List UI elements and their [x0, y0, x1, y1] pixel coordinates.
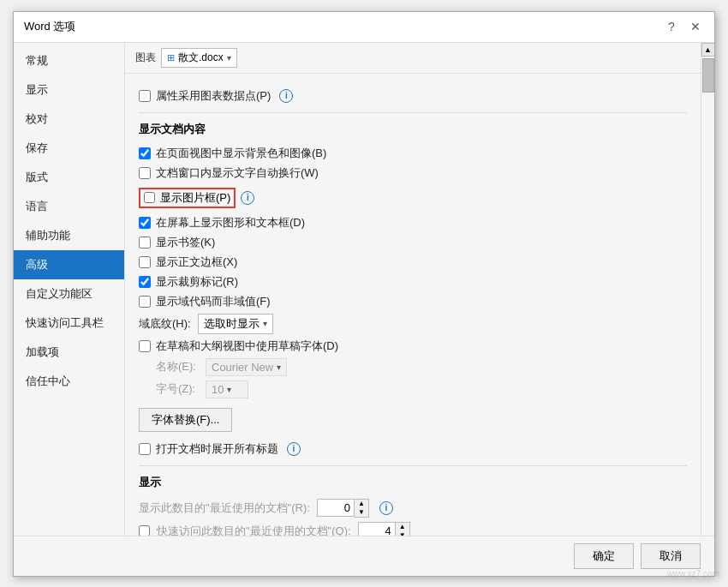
show-picture-frame-label[interactable]: 显示图片框(P): [160, 190, 230, 206]
doc-icon: ⊞: [167, 52, 175, 63]
recent-docs-spinner: ▲ ▼: [317, 499, 369, 518]
show-field-codes-label[interactable]: 显示域代码而非域值(F): [156, 294, 271, 309]
show-bookmarks-label[interactable]: 显示书签(K): [156, 235, 215, 250]
sidebar-item-language[interactable]: 语言: [14, 192, 124, 221]
scroll-up-arrow[interactable]: ▲: [701, 43, 715, 57]
font-size-arrow-icon: ▾: [227, 385, 231, 394]
font-size-value: 10: [212, 383, 224, 396]
expand-headings-label[interactable]: 打开文档时展开所有标题: [156, 441, 278, 457]
font-size-row: 字号(Z): 10 ▾: [156, 380, 687, 398]
chart-data-point-info-icon[interactable]: i: [279, 89, 293, 103]
font-size-dropdown[interactable]: 10 ▾: [206, 380, 248, 398]
bg-image-label[interactable]: 在页面视图中显示背景色和图像(B): [156, 146, 326, 161]
expand-headings-checkbox[interactable]: [139, 443, 151, 455]
chart-data-point-checkbox[interactable]: [139, 90, 151, 102]
sidebar-item-display[interactable]: 显示: [14, 75, 124, 105]
title-controls: ? ✕: [663, 18, 704, 35]
show-picture-frame-row: 显示图片框(P) i: [139, 185, 687, 211]
vertical-scrollbar[interactable]: ▲: [701, 43, 714, 536]
auto-wrap-label[interactable]: 文档窗口内显示文字自动换行(W): [156, 165, 319, 181]
auto-wrap-row: 文档窗口内显示文字自动换行(W): [139, 165, 687, 181]
scroll-thumb[interactable]: [702, 58, 714, 93]
draft-font-row: 在草稿和大纲视图中使用草稿字体(D): [139, 338, 687, 354]
recent-docs-up-btn[interactable]: ▲: [355, 500, 368, 508]
picture-frame-info-icon[interactable]: i: [241, 191, 254, 205]
tab-bar: 图表 ⊞ 散文.docx ▾: [125, 43, 701, 74]
content-area: 属性采用图表数据点(P) i 显示文档内容 在页面视图中显示背景色和图像(B) …: [125, 74, 701, 536]
font-size-label: 字号(Z):: [156, 381, 199, 397]
show-text-border-label[interactable]: 显示正文边框(X): [156, 255, 237, 270]
sidebar: 常规 显示 校对 保存 版式 语言 辅助功能 高级 自定义功能区 快速访问工具栏…: [14, 43, 125, 536]
word-options-dialog: Word 选项 ? ✕ 常规 显示 校对 保存 版式 语言 辅助功能 高级 自定…: [13, 11, 715, 577]
quick-access-spinner-btns: ▲ ▼: [396, 522, 410, 536]
cancel-button[interactable]: 取消: [641, 543, 701, 569]
recent-docs-spinner-btns: ▲ ▼: [355, 499, 369, 518]
expand-headings-row: 打开文档时展开所有标题 i: [139, 441, 687, 457]
show-text-border-checkbox[interactable]: [139, 256, 151, 268]
bg-image-checkbox[interactable]: [139, 147, 151, 159]
show-crop-marks-row: 显示裁剪标记(R): [139, 274, 687, 290]
font-name-label: 名称(E):: [156, 359, 199, 374]
chart-data-point-label[interactable]: 属性采用图表数据点(P): [156, 88, 271, 104]
auto-wrap-checkbox[interactable]: [139, 167, 151, 179]
highlight-box: 显示图片框(P): [139, 188, 236, 208]
font-name-row: 名称(E): Courier New ▾: [156, 358, 687, 376]
sidebar-item-general[interactable]: 常规: [14, 46, 124, 75]
show-shapes-label[interactable]: 在屏幕上显示图形和文本框(D): [156, 215, 305, 231]
field-shadowing-row: 域底纹(H): 选取时显示 ▾: [139, 314, 687, 334]
quick-access-input[interactable]: [358, 522, 396, 536]
dialog-body: 常规 显示 校对 保存 版式 语言 辅助功能 高级 自定义功能区 快速访问工具栏…: [14, 43, 714, 536]
draft-font-checkbox[interactable]: [139, 340, 151, 352]
dropdown-arrow-icon: ▾: [227, 53, 231, 63]
sidebar-item-customize-ribbon[interactable]: 自定义功能区: [14, 279, 124, 308]
recent-docs-row: 显示此数目的"最近使用的文档"(R): ▲ ▼ i: [139, 499, 687, 518]
tab-doc-dropdown[interactable]: ⊞ 散文.docx ▾: [161, 48, 237, 68]
expand-headings-info-icon[interactable]: i: [287, 442, 301, 456]
quick-access-row: 快速访问此数目的"最近使用的文档"(Q): ▲ ▼: [139, 522, 687, 536]
ok-button[interactable]: 确定: [574, 543, 634, 569]
field-shadowing-dropdown[interactable]: 选取时显示 ▾: [198, 314, 273, 334]
help-button[interactable]: ?: [663, 18, 680, 35]
show-text-border-row: 显示正文边框(X): [139, 255, 687, 270]
quick-access-label[interactable]: 快速访问此数目的"最近使用的文档"(Q):: [157, 524, 351, 536]
show-bookmarks-checkbox[interactable]: [139, 237, 151, 249]
recent-docs-label: 显示此数目的"最近使用的文档"(R):: [139, 500, 310, 516]
font-name-dropdown[interactable]: Courier New ▾: [206, 358, 287, 376]
font-name-value: Courier New: [212, 361, 273, 374]
sidebar-item-save[interactable]: 保存: [14, 134, 124, 163]
show-field-codes-checkbox[interactable]: [139, 296, 151, 308]
bottom-bar: 确定 取消: [14, 536, 714, 576]
main-content: 图表 ⊞ 散文.docx ▾ 属性采用图表数据点(P) i 显示文档内容: [125, 43, 701, 536]
show-shapes-row: 在屏幕上显示图形和文本框(D): [139, 215, 687, 231]
show-crop-marks-checkbox[interactable]: [139, 276, 151, 288]
field-shadowing-arrow-icon: ▾: [263, 319, 267, 328]
title-bar: Word 选项 ? ✕: [14, 12, 714, 43]
close-button[interactable]: ✕: [687, 18, 704, 35]
font-name-arrow-icon: ▾: [277, 362, 281, 372]
doc-name: 散文.docx: [178, 51, 224, 65]
recent-docs-info-icon[interactable]: i: [379, 501, 393, 515]
quick-access-up-btn[interactable]: ▲: [396, 523, 409, 531]
draft-font-label[interactable]: 在草稿和大纲视图中使用草稿字体(D): [156, 338, 338, 354]
sidebar-item-format[interactable]: 版式: [14, 163, 124, 192]
sidebar-item-advanced[interactable]: 高级: [14, 250, 124, 279]
sidebar-item-quick-access[interactable]: 快速访问工具栏: [14, 308, 124, 338]
sidebar-item-addins[interactable]: 加载项: [14, 338, 124, 367]
quick-access-spinner: ▲ ▼: [358, 522, 410, 536]
font-substitute-button[interactable]: 字体替换(F)...: [139, 408, 232, 432]
sidebar-item-accessibility[interactable]: 辅助功能: [14, 221, 124, 250]
chart-data-point-row: 属性采用图表数据点(P) i: [139, 88, 687, 104]
separator1: [139, 112, 687, 113]
show-picture-frame-checkbox[interactable]: [144, 192, 155, 203]
sidebar-item-proofing[interactable]: 校对: [14, 105, 124, 134]
show-crop-marks-label[interactable]: 显示裁剪标记(R): [156, 274, 238, 290]
show-bookmarks-row: 显示书签(K): [139, 235, 687, 250]
quick-access-checkbox[interactable]: [139, 525, 150, 536]
bg-image-row: 在页面视图中显示背景色和图像(B): [139, 146, 687, 161]
sidebar-item-trust-center[interactable]: 信任中心: [14, 367, 124, 396]
recent-docs-down-btn[interactable]: ▼: [355, 508, 368, 517]
tab-label: 图表: [135, 51, 156, 65]
recent-docs-input[interactable]: [317, 499, 355, 517]
separator2: [139, 465, 687, 466]
show-shapes-checkbox[interactable]: [139, 217, 151, 229]
